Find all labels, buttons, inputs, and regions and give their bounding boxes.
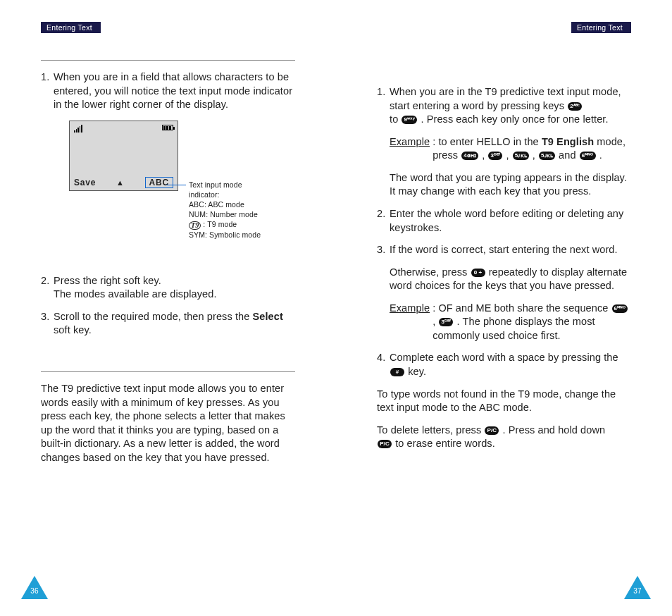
list-number: 3. bbox=[41, 310, 49, 324]
left-list: 1. When you are in a field that allows c… bbox=[41, 70, 295, 112]
phone-figure: Save ▲ ABC Text input mode indicator: AB… bbox=[41, 121, 295, 254]
phone-screen: Save ▲ ABC bbox=[69, 121, 178, 191]
list-item: 4. Complete each word with a space by pr… bbox=[377, 351, 631, 378]
key-4-icon: 4ɢʜɪ bbox=[461, 152, 478, 160]
para: The word that you are typing appears in … bbox=[377, 171, 631, 199]
signal-icon bbox=[74, 125, 83, 133]
list-item: 1. When you are in the T9 predictive tex… bbox=[377, 85, 631, 127]
list-item: 3. If the word is correct, start enterin… bbox=[377, 243, 631, 257]
key-c-icon: P/C bbox=[378, 440, 392, 448]
key-3-icon: 3ᴰᴱᶠ bbox=[439, 318, 453, 326]
footer-para-2: To delete letters, press P/C . Press and… bbox=[377, 424, 631, 451]
key-2-icon: 2ᴬᴮᶜ bbox=[568, 102, 582, 111]
callout-line-3: ABC: ABC mode bbox=[189, 199, 294, 209]
callout-text: Text input mode indicator: ABC: ABC mode… bbox=[189, 180, 294, 240]
list-text: When you are in a field that allows char… bbox=[54, 71, 292, 110]
callout-line-4: NUM: Number mode bbox=[189, 209, 294, 219]
right-list-3: 4. Complete each word with a space by pr… bbox=[377, 351, 631, 378]
phone-status-bar bbox=[74, 125, 173, 133]
key-5-icon: 5ᴊᴋʟ bbox=[513, 152, 529, 160]
phone-softkey-row: Save ▲ ABC bbox=[74, 177, 173, 188]
input-mode-indicator: ABC bbox=[145, 177, 173, 188]
right-list: 1. When you are in the T9 predictive tex… bbox=[377, 85, 631, 127]
callout-line bbox=[166, 185, 186, 185]
page-number-triangle-left: 36 bbox=[21, 576, 48, 599]
header-tab-left: Entering Text bbox=[41, 22, 101, 33]
footer-para-1: To type words not found in the T9 mode, … bbox=[377, 388, 631, 415]
list-number: 2. bbox=[41, 274, 49, 288]
list-number: 1. bbox=[41, 70, 49, 85]
example-label: Example bbox=[390, 302, 430, 314]
arrow-up-icon: ▲ bbox=[116, 178, 125, 187]
page-number: 37 bbox=[630, 587, 645, 595]
callout-line-1: Text input mode bbox=[189, 180, 294, 190]
callout-line-5: T9 : T9 mode bbox=[189, 219, 294, 229]
list-text: Press the right soft key. bbox=[54, 275, 161, 286]
header-tab-right: Entering Text bbox=[571, 22, 631, 33]
callout-line-2: indicator: bbox=[189, 190, 294, 199]
callout-line-6: SYM: Symbolic mode bbox=[189, 230, 294, 240]
key-9-icon: 9ʷˣʸ bbox=[402, 116, 417, 124]
list-text: The modes available are displayed. bbox=[54, 288, 217, 300]
list-item: 1. When you are in a field that allows c… bbox=[41, 70, 295, 112]
left-list-2: 2. Press the right soft key. The modes a… bbox=[41, 274, 295, 338]
key-6-icon: 6ᴹᴺᴼ bbox=[580, 152, 596, 160]
section-rule-2 bbox=[41, 371, 295, 372]
bold-t9english: T9 English bbox=[542, 136, 594, 147]
key-c-icon: P/C bbox=[485, 426, 499, 435]
bold-select: Select bbox=[252, 311, 282, 322]
t9-icon: T9 bbox=[189, 221, 201, 230]
list-item: 2. Enter the whole word before editing o… bbox=[377, 207, 631, 235]
section-rule bbox=[41, 60, 295, 61]
t9-intro: The T9 predictive text input mode allows… bbox=[41, 382, 295, 464]
list-number: 2. bbox=[377, 207, 385, 221]
key-6-icon: 6ᴹᴺᴼ bbox=[612, 304, 628, 313]
battery-icon bbox=[162, 125, 173, 130]
header-row-right: Entering Text bbox=[377, 21, 631, 54]
list-text: Scroll to the required mode, then press … bbox=[54, 311, 252, 322]
list-number: 4. bbox=[377, 351, 385, 365]
example-block-2: Example : OF and ME both share the seque… bbox=[377, 302, 631, 343]
list-number: 1. bbox=[377, 85, 385, 99]
page-left: Entering Text 1. When you are in a field… bbox=[0, 0, 336, 616]
right-list-2: 2. Enter the whole word before editing o… bbox=[377, 207, 631, 257]
page-number-triangle-right: 37 bbox=[624, 576, 651, 599]
key-3-icon: 3ᴰᴱᶠ bbox=[488, 152, 502, 160]
para-otherwise: Otherwise, press 0 + repeatedly to displ… bbox=[377, 266, 631, 293]
list-item: 2. Press the right soft key. The modes a… bbox=[41, 274, 295, 302]
example-label: Example bbox=[390, 136, 430, 147]
key-0-icon: 0 + bbox=[471, 269, 485, 277]
list-item: 3. Scroll to the required mode, then pre… bbox=[41, 310, 295, 338]
softkey-save: Save bbox=[74, 178, 96, 187]
key-hash-icon: # bbox=[390, 368, 404, 376]
list-number: 3. bbox=[377, 243, 385, 257]
page-number: 36 bbox=[27, 587, 42, 595]
header-row-left: Entering Text bbox=[41, 21, 295, 54]
page-right: Entering Text 1. When you are in the T9 … bbox=[336, 0, 672, 616]
key-5-icon: 5ᴊᴋʟ bbox=[539, 152, 555, 160]
example-block: Example : to enter HELLO in the T9 Engli… bbox=[377, 135, 631, 163]
